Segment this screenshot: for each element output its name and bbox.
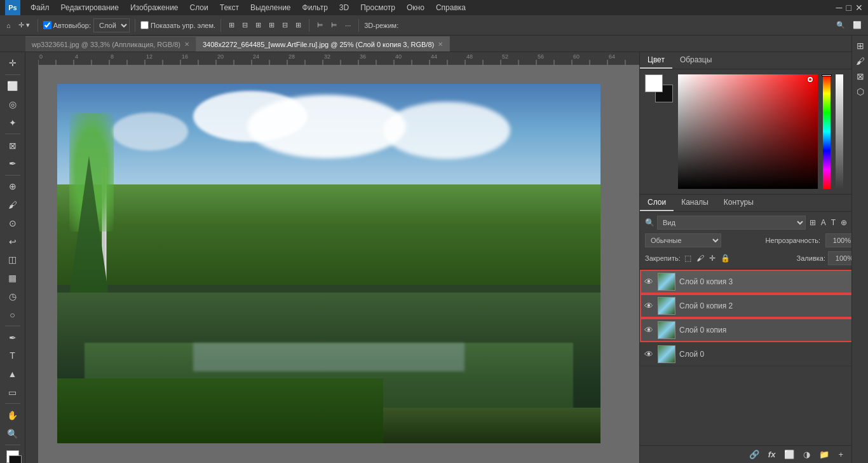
align-bottom[interactable]: ⊞ [293, 20, 304, 31]
layer-icon-2[interactable]: A [820, 217, 827, 228]
show-transform-checkbox[interactable] [140, 21, 149, 29]
menu-window[interactable]: Окно [402, 2, 430, 13]
menu-text[interactable]: Текст [215, 2, 244, 13]
layer-new-btn[interactable]: + [836, 448, 846, 460]
minimize-button[interactable]: ─ [836, 3, 843, 13]
tool-marquee[interactable]: ⬜ [4, 78, 22, 95]
panel-icon-2[interactable]: 🖌 [855, 55, 866, 67]
opacity-input[interactable] [825, 233, 854, 247]
autoselect-checkbox[interactable] [43, 21, 51, 29]
tab-2[interactable]: 3408x2272_664485_[www.ArtFile.ru].jpg @ … [196, 36, 450, 52]
tool-eyedropper[interactable]: ✒ [4, 155, 22, 172]
menu-image[interactable]: Изображение [125, 2, 184, 13]
menu-layers[interactable]: Слои [185, 2, 214, 13]
canvas-scroll[interactable] [38, 65, 639, 463]
layer-fx-btn[interactable]: fx [766, 448, 778, 460]
tool-pen[interactable]: ✒ [4, 329, 22, 346]
tab-2-close[interactable]: ✕ [438, 41, 443, 48]
layer-link-btn[interactable]: 🔗 [747, 448, 762, 460]
layer-0-visibility[interactable]: 👁 [644, 277, 654, 287]
tool-eraser[interactable]: ◫ [4, 251, 22, 268]
menu-filter[interactable]: Фильтр [297, 2, 333, 13]
svg-text:64: 64 [609, 53, 615, 60]
lock-pixels-btn[interactable]: 🖌 [695, 252, 705, 264]
tool-magic-wand[interactable]: ✦ [4, 114, 22, 131]
layer-1-visibility[interactable]: 👁 [644, 301, 654, 311]
tool-lasso[interactable]: ◎ [4, 96, 22, 113]
maximize-button[interactable]: □ [846, 3, 851, 13]
home-button[interactable]: ⌂ [4, 20, 13, 31]
tab-color[interactable]: Цвет [640, 52, 672, 69]
tool-spot-heal[interactable]: ⊕ [4, 178, 22, 195]
tool-text[interactable]: T [4, 347, 22, 364]
layer-icon-3[interactable]: T [830, 217, 837, 228]
tool-history-brush[interactable]: ↩ [4, 233, 22, 250]
menu-view[interactable]: Просмотр [355, 2, 400, 13]
tab-channels[interactable]: Каналы [674, 195, 716, 211]
foreground-swatch[interactable] [645, 74, 663, 92]
menu-3d[interactable]: 3D [334, 2, 354, 13]
tab-layers[interactable]: Слои [640, 195, 674, 211]
blend-mode-select[interactable]: Обычные [645, 233, 721, 247]
layer-item-3[interactable]: 👁 Слой 0 [640, 342, 868, 366]
tab-1[interactable]: wp3323661.jpg @ 33,3% (Аппликация, RGB/8… [25, 36, 196, 52]
opacity-label: Непрозрачность: [766, 237, 820, 244]
color-gradient-box[interactable] [678, 74, 818, 189]
panel-icon-1[interactable]: ⊞ [855, 39, 865, 52]
layer-item-1[interactable]: 👁 Слой 0 копия 2 [640, 294, 868, 318]
tool-blur[interactable]: ◷ [4, 288, 22, 305]
tab-swatches[interactable]: Образцы [672, 52, 719, 69]
menu-edit[interactable]: Редактирование [56, 2, 124, 13]
layers-filter-select[interactable]: Вид [657, 216, 806, 230]
workspace-button[interactable]: ⬜ [850, 20, 864, 31]
lock-all-btn[interactable]: 🔒 [719, 252, 731, 264]
align-center-h[interactable]: ⊟ [240, 20, 250, 31]
tool-clone[interactable]: ⊙ [4, 214, 22, 232]
lt-sep-1 [5, 74, 20, 75]
lock-position-btn[interactable]: ✛ [708, 252, 717, 264]
layer-2-visibility[interactable]: 👁 [644, 325, 654, 335]
tool-hand[interactable]: ✋ [4, 406, 22, 424]
lock-transparent-btn[interactable]: ⬚ [683, 252, 693, 264]
menu-select[interactable]: Выделение [245, 2, 296, 13]
move-tool[interactable]: ✛ ▾ [16, 20, 32, 31]
tool-shape[interactable]: ▭ [4, 384, 22, 401]
autoselect-type[interactable]: Слой [93, 18, 130, 32]
layer-item-0[interactable]: 👁 Слой 0 копия 3 [640, 270, 868, 294]
layer-3-visibility[interactable]: 👁 [644, 349, 654, 359]
tab-1-close[interactable]: ✕ [184, 41, 189, 48]
layer-group-btn[interactable]: 📁 [817, 448, 832, 460]
align-top[interactable]: ⊞ [266, 20, 277, 31]
tool-gradient[interactable]: ▦ [4, 270, 22, 287]
tool-crop[interactable]: ⊠ [4, 137, 22, 154]
background-color[interactable] [9, 455, 22, 463]
color-cursor[interactable] [808, 77, 813, 82]
panel-icon-4[interactable]: ⬡ [855, 85, 865, 98]
tab-paths[interactable]: Контуры [716, 195, 761, 211]
layers-toolbar: 🔍 Вид ⊞ A T ⊕ 🔒 Обычные Непрозрачность: [640, 212, 868, 270]
layer-mask-btn[interactable]: ⬜ [782, 448, 797, 460]
more-options[interactable]: ··· [342, 20, 353, 31]
tool-path-select[interactable]: ▲ [4, 366, 22, 383]
tool-dodge[interactable]: ○ [4, 306, 22, 323]
layer-icon-1[interactable]: ⊞ [808, 217, 817, 228]
align-center-v[interactable]: ⊟ [280, 20, 290, 31]
align-right[interactable]: ⊞ [253, 20, 264, 31]
layer-icon-4[interactable]: ⊕ [839, 217, 848, 228]
panel-icon-3[interactable]: ⊠ [855, 70, 865, 83]
layer-item-2[interactable]: 👁 Слой 0 копия [640, 318, 868, 342]
distribute-h[interactable]: ⊨ [315, 20, 326, 31]
menu-file[interactable]: Файл [25, 2, 55, 13]
distribute-v[interactable]: ⊨ [329, 20, 340, 31]
alpha-slider[interactable] [836, 74, 843, 189]
close-button[interactable]: ✕ [855, 3, 863, 13]
hue-slider[interactable] [823, 74, 831, 189]
tool-brush[interactable]: 🖌 [4, 197, 22, 214]
tool-zoom[interactable]: 🔍 [4, 425, 22, 442]
layer-adj-btn[interactable]: ◑ [801, 448, 813, 460]
search-button[interactable]: 🔍 [834, 20, 848, 31]
saturation-lightness-field[interactable] [678, 74, 818, 189]
menu-help[interactable]: Справка [431, 2, 471, 13]
align-left[interactable]: ⊞ [226, 20, 237, 31]
tool-move[interactable]: ✛ [4, 55, 22, 72]
